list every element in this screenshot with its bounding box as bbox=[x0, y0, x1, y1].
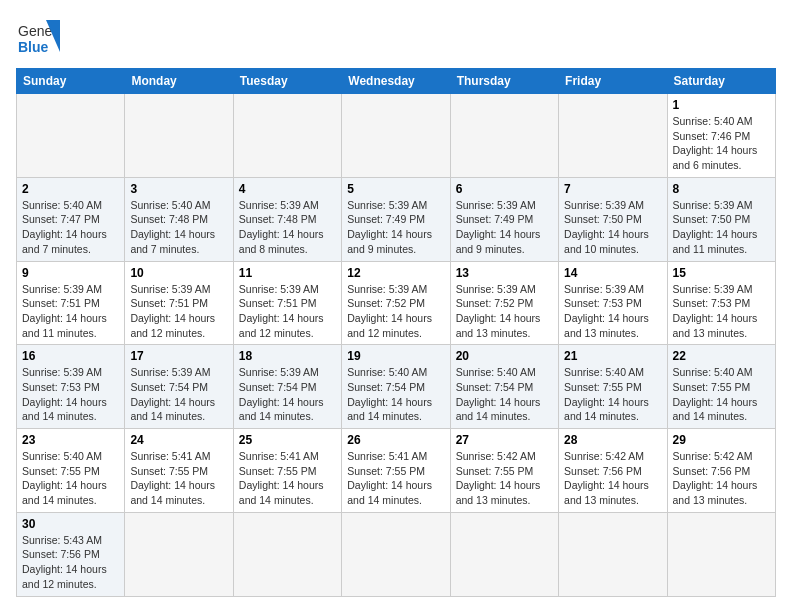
day-number: 25 bbox=[239, 433, 336, 447]
day-info: Sunrise: 5:39 AM Sunset: 7:54 PM Dayligh… bbox=[130, 365, 227, 424]
calendar-cell: 6Sunrise: 5:39 AM Sunset: 7:49 PM Daylig… bbox=[450, 177, 558, 261]
day-number: 7 bbox=[564, 182, 661, 196]
calendar-cell: 22Sunrise: 5:40 AM Sunset: 7:55 PM Dayli… bbox=[667, 345, 775, 429]
day-info: Sunrise: 5:39 AM Sunset: 7:52 PM Dayligh… bbox=[456, 282, 553, 341]
day-info: Sunrise: 5:43 AM Sunset: 7:56 PM Dayligh… bbox=[22, 533, 119, 592]
calendar-cell bbox=[450, 94, 558, 178]
calendar-cell: 7Sunrise: 5:39 AM Sunset: 7:50 PM Daylig… bbox=[559, 177, 667, 261]
logo: General Blue bbox=[16, 16, 64, 60]
day-number: 28 bbox=[564, 433, 661, 447]
day-info: Sunrise: 5:39 AM Sunset: 7:50 PM Dayligh… bbox=[673, 198, 770, 257]
calendar-cell: 1Sunrise: 5:40 AM Sunset: 7:46 PM Daylig… bbox=[667, 94, 775, 178]
calendar-cell bbox=[559, 94, 667, 178]
calendar-cell: 28Sunrise: 5:42 AM Sunset: 7:56 PM Dayli… bbox=[559, 429, 667, 513]
calendar-table: SundayMondayTuesdayWednesdayThursdayFrid… bbox=[16, 68, 776, 597]
calendar-cell: 20Sunrise: 5:40 AM Sunset: 7:54 PM Dayli… bbox=[450, 345, 558, 429]
day-number: 9 bbox=[22, 266, 119, 280]
day-info: Sunrise: 5:40 AM Sunset: 7:54 PM Dayligh… bbox=[347, 365, 444, 424]
calendar-cell: 19Sunrise: 5:40 AM Sunset: 7:54 PM Dayli… bbox=[342, 345, 450, 429]
day-info: Sunrise: 5:40 AM Sunset: 7:55 PM Dayligh… bbox=[673, 365, 770, 424]
day-number: 13 bbox=[456, 266, 553, 280]
week-row-4: 16Sunrise: 5:39 AM Sunset: 7:53 PM Dayli… bbox=[17, 345, 776, 429]
week-row-6: 30Sunrise: 5:43 AM Sunset: 7:56 PM Dayli… bbox=[17, 512, 776, 596]
calendar-cell: 14Sunrise: 5:39 AM Sunset: 7:53 PM Dayli… bbox=[559, 261, 667, 345]
day-number: 6 bbox=[456, 182, 553, 196]
day-number: 10 bbox=[130, 266, 227, 280]
calendar-cell: 18Sunrise: 5:39 AM Sunset: 7:54 PM Dayli… bbox=[233, 345, 341, 429]
day-info: Sunrise: 5:39 AM Sunset: 7:52 PM Dayligh… bbox=[347, 282, 444, 341]
weekday-header-sunday: Sunday bbox=[17, 69, 125, 94]
day-number: 16 bbox=[22, 349, 119, 363]
calendar-cell: 4Sunrise: 5:39 AM Sunset: 7:48 PM Daylig… bbox=[233, 177, 341, 261]
calendar-cell: 26Sunrise: 5:41 AM Sunset: 7:55 PM Dayli… bbox=[342, 429, 450, 513]
day-info: Sunrise: 5:39 AM Sunset: 7:51 PM Dayligh… bbox=[22, 282, 119, 341]
calendar-cell: 9Sunrise: 5:39 AM Sunset: 7:51 PM Daylig… bbox=[17, 261, 125, 345]
day-info: Sunrise: 5:39 AM Sunset: 7:53 PM Dayligh… bbox=[564, 282, 661, 341]
day-info: Sunrise: 5:39 AM Sunset: 7:49 PM Dayligh… bbox=[456, 198, 553, 257]
calendar-cell bbox=[342, 512, 450, 596]
day-number: 21 bbox=[564, 349, 661, 363]
weekday-header-wednesday: Wednesday bbox=[342, 69, 450, 94]
calendar-cell: 3Sunrise: 5:40 AM Sunset: 7:48 PM Daylig… bbox=[125, 177, 233, 261]
calendar-cell: 21Sunrise: 5:40 AM Sunset: 7:55 PM Dayli… bbox=[559, 345, 667, 429]
day-info: Sunrise: 5:40 AM Sunset: 7:46 PM Dayligh… bbox=[673, 114, 770, 173]
day-number: 15 bbox=[673, 266, 770, 280]
calendar-cell: 16Sunrise: 5:39 AM Sunset: 7:53 PM Dayli… bbox=[17, 345, 125, 429]
week-row-1: 1Sunrise: 5:40 AM Sunset: 7:46 PM Daylig… bbox=[17, 94, 776, 178]
weekday-header-friday: Friday bbox=[559, 69, 667, 94]
day-number: 11 bbox=[239, 266, 336, 280]
day-number: 3 bbox=[130, 182, 227, 196]
weekday-header-tuesday: Tuesday bbox=[233, 69, 341, 94]
calendar-cell: 13Sunrise: 5:39 AM Sunset: 7:52 PM Dayli… bbox=[450, 261, 558, 345]
weekday-header-thursday: Thursday bbox=[450, 69, 558, 94]
day-number: 4 bbox=[239, 182, 336, 196]
day-number: 26 bbox=[347, 433, 444, 447]
calendar-cell: 8Sunrise: 5:39 AM Sunset: 7:50 PM Daylig… bbox=[667, 177, 775, 261]
day-info: Sunrise: 5:39 AM Sunset: 7:49 PM Dayligh… bbox=[347, 198, 444, 257]
calendar-body: 1Sunrise: 5:40 AM Sunset: 7:46 PM Daylig… bbox=[17, 94, 776, 597]
calendar-cell: 5Sunrise: 5:39 AM Sunset: 7:49 PM Daylig… bbox=[342, 177, 450, 261]
calendar-cell: 25Sunrise: 5:41 AM Sunset: 7:55 PM Dayli… bbox=[233, 429, 341, 513]
day-number: 27 bbox=[456, 433, 553, 447]
calendar-cell: 24Sunrise: 5:41 AM Sunset: 7:55 PM Dayli… bbox=[125, 429, 233, 513]
calendar-cell: 27Sunrise: 5:42 AM Sunset: 7:55 PM Dayli… bbox=[450, 429, 558, 513]
day-number: 24 bbox=[130, 433, 227, 447]
day-number: 14 bbox=[564, 266, 661, 280]
day-info: Sunrise: 5:41 AM Sunset: 7:55 PM Dayligh… bbox=[239, 449, 336, 508]
day-info: Sunrise: 5:39 AM Sunset: 7:48 PM Dayligh… bbox=[239, 198, 336, 257]
day-number: 23 bbox=[22, 433, 119, 447]
weekday-row: SundayMondayTuesdayWednesdayThursdayFrid… bbox=[17, 69, 776, 94]
calendar-cell bbox=[17, 94, 125, 178]
calendar-cell: 12Sunrise: 5:39 AM Sunset: 7:52 PM Dayli… bbox=[342, 261, 450, 345]
day-number: 5 bbox=[347, 182, 444, 196]
calendar-cell: 11Sunrise: 5:39 AM Sunset: 7:51 PM Dayli… bbox=[233, 261, 341, 345]
calendar-cell bbox=[125, 512, 233, 596]
calendar-cell bbox=[667, 512, 775, 596]
day-info: Sunrise: 5:39 AM Sunset: 7:51 PM Dayligh… bbox=[239, 282, 336, 341]
calendar-cell bbox=[233, 512, 341, 596]
day-number: 8 bbox=[673, 182, 770, 196]
day-info: Sunrise: 5:39 AM Sunset: 7:51 PM Dayligh… bbox=[130, 282, 227, 341]
day-info: Sunrise: 5:42 AM Sunset: 7:55 PM Dayligh… bbox=[456, 449, 553, 508]
calendar-cell: 17Sunrise: 5:39 AM Sunset: 7:54 PM Dayli… bbox=[125, 345, 233, 429]
calendar-cell bbox=[342, 94, 450, 178]
calendar-cell bbox=[559, 512, 667, 596]
day-number: 20 bbox=[456, 349, 553, 363]
logo-image: General Blue bbox=[16, 16, 60, 60]
calendar-cell bbox=[450, 512, 558, 596]
day-info: Sunrise: 5:39 AM Sunset: 7:50 PM Dayligh… bbox=[564, 198, 661, 257]
week-row-2: 2Sunrise: 5:40 AM Sunset: 7:47 PM Daylig… bbox=[17, 177, 776, 261]
day-info: Sunrise: 5:40 AM Sunset: 7:55 PM Dayligh… bbox=[564, 365, 661, 424]
day-number: 18 bbox=[239, 349, 336, 363]
svg-text:Blue: Blue bbox=[18, 39, 49, 55]
week-row-3: 9Sunrise: 5:39 AM Sunset: 7:51 PM Daylig… bbox=[17, 261, 776, 345]
day-number: 2 bbox=[22, 182, 119, 196]
day-number: 19 bbox=[347, 349, 444, 363]
calendar-header: SundayMondayTuesdayWednesdayThursdayFrid… bbox=[17, 69, 776, 94]
weekday-header-monday: Monday bbox=[125, 69, 233, 94]
calendar-cell bbox=[125, 94, 233, 178]
day-info: Sunrise: 5:39 AM Sunset: 7:54 PM Dayligh… bbox=[239, 365, 336, 424]
calendar-cell: 2Sunrise: 5:40 AM Sunset: 7:47 PM Daylig… bbox=[17, 177, 125, 261]
day-number: 30 bbox=[22, 517, 119, 531]
day-info: Sunrise: 5:42 AM Sunset: 7:56 PM Dayligh… bbox=[564, 449, 661, 508]
